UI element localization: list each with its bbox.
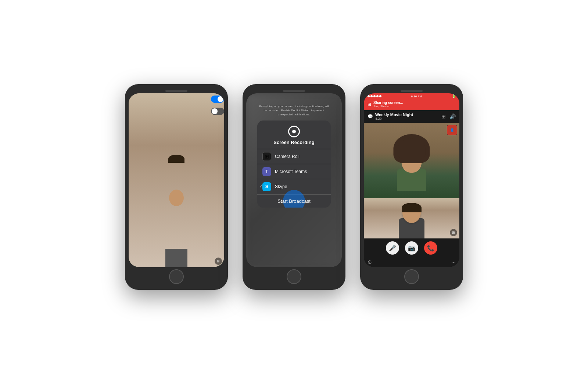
start-broadcast-label: Start Broadcast bbox=[277, 198, 311, 204]
call-actions: 🎤 📷 📞 bbox=[364, 238, 459, 258]
camera-roll-option[interactable]: ⊞ Camera Roll bbox=[257, 149, 331, 164]
phone-3: 6:36 PM 🔋 ⊞ Sharing screen... Stop Shari… bbox=[360, 84, 463, 290]
phone-3-home-btn[interactable] bbox=[404, 269, 419, 284]
dot-1 bbox=[368, 95, 370, 97]
end-call-btn[interactable]: 📞 bbox=[424, 241, 437, 255]
microsoft-teams-option[interactable]: T Microsoft Teams bbox=[257, 164, 331, 179]
camera-roll-icon: ⊞ bbox=[262, 152, 271, 161]
call-title-area: 💬 Weekly Movie Night 4:20 bbox=[368, 112, 413, 121]
allow-video-toggle[interactable] bbox=[211, 96, 224, 103]
phone-3-notch bbox=[364, 88, 459, 93]
camera-scan-icon[interactable]: ⊙ bbox=[368, 259, 372, 265]
sharing-title: Sharing screen... bbox=[373, 101, 403, 105]
phone-2-notch bbox=[246, 88, 342, 93]
dot-4 bbox=[376, 95, 379, 97]
end-call-icon: 📞 bbox=[427, 245, 434, 252]
call-title: Weekly Movie Night bbox=[375, 112, 413, 117]
teams-icon: T bbox=[262, 167, 271, 176]
phone3-person-hair bbox=[398, 139, 426, 159]
selected-checkmark: ✓ bbox=[259, 184, 263, 189]
phone3-self-avatar: 👤 bbox=[447, 125, 457, 135]
phone3-bottom-toolbar: ⊙ ··· bbox=[364, 258, 459, 267]
dot-3 bbox=[373, 95, 376, 97]
status-bar: 6:36 PM 🔋 bbox=[364, 93, 459, 99]
battery-icon: 🔋 bbox=[452, 94, 456, 98]
camera-btn[interactable]: 📷 bbox=[405, 241, 418, 255]
phone-3-screen: 6:36 PM 🔋 ⊞ Sharing screen... Stop Shari… bbox=[364, 93, 459, 267]
camera-icon: 📷 bbox=[408, 245, 415, 252]
start-broadcast-btn[interactable]: Start Broadcast bbox=[257, 194, 331, 208]
more-options-icon[interactable]: ··· bbox=[451, 259, 456, 265]
call-icon: 💬 bbox=[368, 114, 373, 119]
mute-btn[interactable]: 🎤 bbox=[386, 241, 399, 255]
phone-2-speaker bbox=[283, 90, 305, 92]
recording-info-text: Everything on your screen, including not… bbox=[246, 104, 342, 117]
man-hair bbox=[168, 155, 184, 163]
record-circle-icon bbox=[288, 126, 300, 137]
phone3-man-hair bbox=[402, 203, 422, 212]
phone-1-screen: 👤 ⊞ 📹 Allow incoming video 💬 bbox=[129, 93, 224, 267]
volume-icon[interactable]: 🔊 bbox=[449, 114, 456, 119]
camera-roll-label: Camera Roll bbox=[275, 154, 300, 159]
recording-popup-header: Screen Recording bbox=[257, 121, 331, 149]
stop-sharing-btn[interactable]: Stop Sharing bbox=[373, 105, 403, 108]
signal-indicator bbox=[368, 95, 381, 97]
self-bg bbox=[129, 93, 224, 267]
phone3-pip-icon: ⊞ bbox=[450, 229, 457, 236]
man-face bbox=[169, 190, 184, 206]
sharing-screen-icon: ⊞ bbox=[368, 102, 371, 107]
phone-2-home-btn[interactable] bbox=[287, 269, 301, 284]
phone3-video-main: 👤 bbox=[364, 123, 459, 198]
grid-icon[interactable]: ⊞ bbox=[441, 114, 446, 119]
skype-icon: S bbox=[262, 182, 271, 191]
subtitles-toggle[interactable] bbox=[211, 108, 224, 115]
sharing-banner: ⊞ Sharing screen... Stop Sharing bbox=[364, 99, 459, 110]
call-info: Weekly Movie Night 4:20 bbox=[375, 112, 413, 121]
call-header: 💬 Weekly Movie Night 4:20 ⊞ 🔊 bbox=[364, 110, 459, 123]
pip-icon: ⊞ bbox=[215, 258, 222, 265]
phone-1-notch bbox=[129, 88, 224, 93]
phone-2-screen: Everything on your screen, including not… bbox=[246, 93, 342, 267]
phone-2: Everything on your screen, including not… bbox=[243, 84, 345, 290]
phone-1-speaker bbox=[165, 90, 187, 92]
phone3-person-main bbox=[393, 139, 430, 191]
phone-3-speaker bbox=[401, 90, 423, 92]
sharing-text-group: Sharing screen... Stop Sharing bbox=[373, 101, 403, 108]
recording-popup: Screen Recording ⊞ Camera Roll T Microso… bbox=[257, 121, 331, 208]
record-inner-dot bbox=[292, 130, 296, 133]
mute-icon: 🎤 bbox=[389, 245, 396, 252]
phone3-video-self: ⊞ bbox=[364, 198, 459, 238]
dot-2 bbox=[370, 95, 373, 97]
teams-label: Microsoft Teams bbox=[275, 169, 307, 174]
dot-5 bbox=[379, 95, 381, 97]
phone-1: 👤 ⊞ 📹 Allow incoming video 💬 bbox=[125, 84, 228, 290]
blurred-bg-area: Everything on your screen, including not… bbox=[246, 93, 342, 267]
call-controls-right: ⊞ 🔊 bbox=[441, 114, 456, 119]
recording-title: Screen Recording bbox=[273, 140, 314, 145]
status-time: 6:36 PM bbox=[411, 95, 422, 98]
call-duration: 4:20 bbox=[375, 117, 413, 121]
skype-label: Skype bbox=[275, 184, 287, 189]
phone-1-home-btn[interactable] bbox=[169, 269, 184, 284]
man-body bbox=[165, 249, 187, 267]
